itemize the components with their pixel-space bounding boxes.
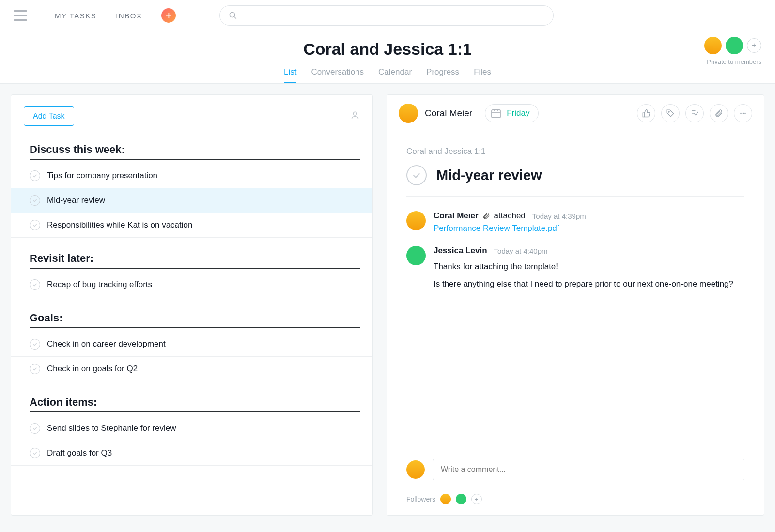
avatar-jessica[interactable] — [726, 37, 743, 54]
privacy-label: Private to members — [707, 58, 761, 65]
project-header: Coral and Jessica 1:1 List Conversations… — [0, 31, 775, 84]
activity-author: Coral Meier — [434, 211, 479, 221]
svg-point-9 — [743, 113, 744, 114]
project-tabs: List Conversations Calendar Progress Fil… — [14, 67, 761, 83]
tab-list[interactable]: List — [284, 67, 296, 83]
task-row[interactable]: Send slides to Stephanie for review — [11, 416, 372, 441]
complete-task-icon[interactable] — [30, 423, 40, 434]
topbar: MY TASKS INBOX + — [0, 0, 775, 31]
nav-my-tasks[interactable]: MY TASKS — [55, 12, 96, 20]
activity-author: Jessica Levin — [434, 246, 487, 256]
task-name: Tips for company presentation — [47, 171, 157, 181]
section-title[interactable]: Discuss this week: — [30, 143, 360, 160]
tag-button[interactable] — [661, 104, 680, 122]
followers: Followers + — [387, 489, 764, 515]
svg-point-7 — [668, 111, 669, 112]
task-name: Recap of bug tracking efforts — [47, 280, 152, 289]
svg-point-0 — [230, 12, 235, 17]
activity-item: Coral Meier attached Today at 4:39pm Per… — [406, 211, 744, 233]
complete-task-icon[interactable] — [30, 279, 40, 290]
search-icon — [229, 11, 237, 20]
task-row[interactable]: Draft goals for Q3 — [11, 441, 372, 466]
follower-avatar[interactable] — [440, 494, 451, 504]
complete-task-icon[interactable] — [30, 195, 40, 206]
complete-task-icon[interactable] — [30, 170, 40, 181]
task-name: Responsibilities while Kat is on vacatio… — [47, 220, 193, 230]
avatar-coral[interactable] — [406, 211, 426, 230]
svg-rect-3 — [492, 110, 500, 118]
svg-point-2 — [354, 112, 357, 115]
follower-avatar[interactable] — [456, 494, 466, 504]
activity-item: Jessica Levin Today at 4:40pm Thanks for… — [406, 246, 744, 290]
add-member-button[interactable]: + — [747, 38, 761, 53]
task-row[interactable]: Responsibilities while Kat is on vacatio… — [11, 213, 372, 238]
attachment-button[interactable] — [710, 104, 728, 122]
complete-task-icon[interactable] — [30, 339, 40, 350]
task-name: Draft goals for Q3 — [47, 448, 112, 458]
task-detail-panel: Coral Meier Friday Coral and Jessica 1:1… — [387, 94, 764, 516]
detail-body: Coral and Jessica 1:1 Mid-year review Co… — [387, 132, 764, 450]
breadcrumb[interactable]: Coral and Jessica 1:1 — [406, 147, 744, 156]
comment-text: Thanks for attaching the template! — [434, 260, 744, 273]
task-actions — [637, 104, 752, 122]
task-name: Check in on goals for Q2 — [47, 364, 138, 374]
due-date-button[interactable]: Friday — [485, 104, 539, 122]
main-content: Add Task Discuss this week: Tips for com… — [0, 84, 775, 526]
calendar-icon — [490, 107, 502, 119]
followers-label: Followers — [406, 495, 435, 503]
tab-files[interactable]: Files — [474, 67, 491, 83]
activity-time: Today at 4:39pm — [532, 212, 586, 220]
assignee-name[interactable]: Coral Meier — [425, 108, 472, 119]
svg-point-8 — [740, 113, 742, 114]
project-members: + — [704, 37, 761, 54]
subtask-button[interactable] — [685, 104, 704, 122]
complete-task-icon[interactable] — [30, 448, 40, 458]
task-list-panel: Add Task Discuss this week: Tips for com… — [11, 94, 373, 516]
hamburger-menu-icon[interactable] — [14, 10, 27, 21]
tab-calendar[interactable]: Calendar — [378, 67, 412, 83]
svg-point-10 — [744, 113, 746, 114]
task-name: Send slides to Stephanie for review — [47, 424, 176, 433]
quick-add-button[interactable]: + — [161, 8, 176, 23]
comment-composer — [387, 450, 764, 489]
task-row[interactable]: Check in on career development — [11, 332, 372, 357]
assignee-filter-icon[interactable] — [350, 110, 360, 122]
task-row[interactable]: Tips for company presentation — [11, 164, 372, 188]
tab-progress[interactable]: Progress — [426, 67, 459, 83]
comment-text: Is there anything else that I need to pr… — [434, 278, 744, 290]
task-name: Mid-year review — [47, 196, 105, 205]
task-title[interactable]: Mid-year review — [436, 167, 542, 183]
task-row[interactable]: Mid-year review — [11, 188, 372, 213]
due-date-text: Friday — [507, 108, 529, 118]
section-title[interactable]: Revisit later: — [30, 252, 360, 269]
task-row[interactable]: Check in on goals for Q2 — [11, 357, 372, 381]
search-field[interactable] — [242, 12, 544, 20]
complete-task-button[interactable] — [406, 165, 427, 185]
nav-inbox[interactable]: INBOX — [116, 12, 142, 20]
add-follower-button[interactable]: + — [471, 494, 482, 504]
more-actions-button[interactable] — [734, 104, 752, 122]
task-row[interactable]: Recap of bug tracking efforts — [11, 273, 372, 297]
attachment-link[interactable]: Performance Review Template.pdf — [434, 224, 559, 233]
avatar-current-user — [406, 460, 425, 479]
add-task-button[interactable]: Add Task — [24, 106, 74, 126]
section-title[interactable]: Action items: — [30, 396, 360, 412]
project-title: Coral and Jessica 1:1 — [14, 40, 761, 59]
complete-task-icon[interactable] — [30, 220, 40, 230]
complete-task-icon[interactable] — [30, 364, 40, 374]
activity-verb: attached — [494, 211, 526, 221]
avatar-coral[interactable] — [704, 37, 722, 54]
comment-input[interactable] — [433, 459, 744, 480]
search-input[interactable] — [219, 5, 554, 26]
task-name: Check in on career development — [47, 339, 166, 349]
attachment-icon — [482, 212, 490, 220]
assignee-avatar[interactable] — [399, 104, 418, 123]
avatar-jessica[interactable] — [406, 246, 426, 265]
svg-line-1 — [234, 16, 237, 19]
tab-conversations[interactable]: Conversations — [311, 67, 364, 83]
section-title[interactable]: Goals: — [30, 312, 360, 328]
detail-header: Coral Meier Friday — [387, 95, 764, 132]
divider — [42, 0, 42, 31]
activity-time: Today at 4:40pm — [494, 247, 548, 255]
like-button[interactable] — [637, 104, 655, 122]
